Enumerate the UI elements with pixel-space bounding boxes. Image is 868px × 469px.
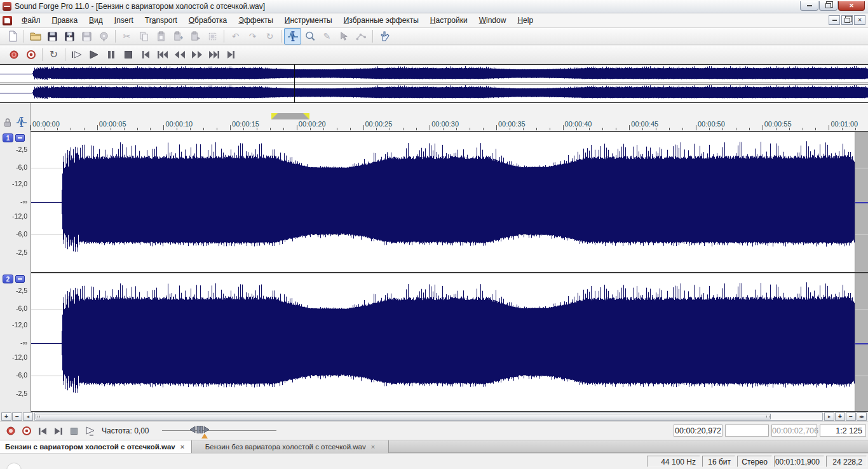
play-button[interactable] <box>85 46 102 63</box>
time-ruler[interactable]: 00:00:0000:00:0500:00:1000:00:1500:00:20… <box>0 103 868 132</box>
go-to-end-button[interactable] <box>222 46 240 63</box>
free-space-cell: 24 228,2 Мб <box>826 456 867 467</box>
zoom-in-left-button[interactable]: + <box>1 412 11 421</box>
tab-close-icon[interactable]: × <box>180 443 184 451</box>
loop-playback-button[interactable]: ↻ <box>45 46 62 63</box>
mini-stop-button[interactable] <box>67 425 81 437</box>
zoom-out-left-button[interactable]: − <box>12 412 22 421</box>
stop-button[interactable] <box>119 46 137 63</box>
zoom-fit-button[interactable]: ◂▸ <box>857 412 867 421</box>
mdi-close-button[interactable]: ✕ <box>854 15 865 25</box>
menu-item-window[interactable]: Window <box>473 13 512 27</box>
db-scale-label: -2,5 <box>0 390 27 397</box>
paste-button[interactable] <box>153 28 170 44</box>
stop-icon <box>124 50 133 59</box>
scroll-right-button[interactable]: ▸ <box>824 412 834 421</box>
channel-2-badge[interactable]: 2 <box>3 275 13 283</box>
save-all-button[interactable] <box>78 28 95 44</box>
paste-to-new-button[interactable] <box>187 28 204 44</box>
save-button[interactable] <box>44 28 61 44</box>
zoom-in-time-button[interactable]: + <box>835 412 845 421</box>
new-file-button[interactable] <box>4 28 21 44</box>
ruler-tick <box>217 128 217 130</box>
rewind-button[interactable] <box>171 46 188 63</box>
scrub-normal-rate-marker <box>201 433 208 438</box>
record-button[interactable] <box>5 46 22 63</box>
skip-forward-button[interactable] <box>205 46 222 63</box>
ruler-tick <box>829 125 829 130</box>
envelope-tool-icon <box>356 31 367 42</box>
event-tool-button[interactable] <box>336 28 353 44</box>
channel-1-badge[interactable]: 1 <box>3 133 13 142</box>
mdi-restore-button[interactable] <box>841 15 853 25</box>
close-button[interactable]: ✕ <box>838 1 865 11</box>
menu-item-effects[interactable]: Эффекты <box>233 13 279 27</box>
ruler-tick <box>602 128 603 130</box>
menu-item-favorite-effects[interactable]: Избранные эффекты <box>338 13 424 27</box>
undo-button[interactable]: ↶ <box>227 28 244 44</box>
menu-item-process[interactable]: Обработка <box>183 13 233 27</box>
pause-button[interactable] <box>102 46 119 63</box>
zoom-ratio-display: 1:2 125 <box>820 425 866 437</box>
redo-button[interactable]: ↷ <box>244 28 261 44</box>
menu-item-insert[interactable]: Insert <box>109 13 139 27</box>
loop-playback-icon: ↻ <box>50 50 58 60</box>
forward-button[interactable] <box>188 46 205 63</box>
menu-item-view[interactable]: Вид <box>83 13 109 27</box>
mini-go-to-end-button[interactable] <box>51 425 65 437</box>
skip-back-button[interactable] <box>154 46 171 63</box>
waveform-overview[interactable] <box>0 64 868 103</box>
tab-close-icon[interactable]: × <box>371 443 375 451</box>
menu-item-options[interactable]: Настройки <box>424 13 473 27</box>
mini-record-special-button[interactable] <box>20 425 33 437</box>
magnify-tool-button[interactable] <box>301 28 318 44</box>
ruler-tick <box>323 128 324 130</box>
restore-button[interactable] <box>819 1 837 11</box>
document-tab-1[interactable]: Бензин с вариатором холостой с отсечкой.… <box>0 440 192 453</box>
record-icon <box>8 50 20 60</box>
cut-button[interactable]: ✂ <box>118 28 135 44</box>
rewind-icon <box>173 50 186 59</box>
mini-go-to-start-button[interactable] <box>36 425 49 437</box>
selection-start-display <box>725 425 769 437</box>
menu-item-transport[interactable]: Transport <box>139 13 183 27</box>
repeat-button[interactable]: ↻ <box>261 28 278 44</box>
ruler-tick <box>536 128 537 130</box>
menu-item-file[interactable]: Файл <box>16 13 46 27</box>
play-all-button[interactable] <box>68 46 85 63</box>
pause-icon <box>107 50 116 59</box>
trim-button[interactable] <box>204 28 221 44</box>
ruler-tick <box>403 128 403 130</box>
mini-record-button[interactable] <box>4 425 17 437</box>
paste-special-icon <box>173 31 184 42</box>
db-scale-label: -∞ <box>0 198 27 205</box>
paste-special-button[interactable] <box>170 28 187 44</box>
minimize-button[interactable] <box>800 1 818 11</box>
go-to-start-button[interactable] <box>137 46 154 63</box>
scrub-slider-handle[interactable] <box>189 425 210 434</box>
mdi-minimize-button[interactable] <box>829 15 840 25</box>
scroll-left-button[interactable]: ◂ <box>23 412 33 421</box>
mini-play-button[interactable] <box>83 425 97 437</box>
menu-item-tools[interactable]: Инструменты <box>279 13 338 27</box>
document-tab-2[interactable]: Бензин без вариатора холостой с отсечкой… <box>192 440 389 453</box>
edit-tool-button[interactable] <box>284 28 301 44</box>
scrollbar-thumb[interactable] <box>36 414 771 419</box>
zoom-out-time-button[interactable]: − <box>846 412 856 421</box>
menu-item-help[interactable]: Help <box>512 13 539 27</box>
scrollbar-track[interactable] <box>34 412 823 421</box>
save-as-button[interactable]: ? <box>61 28 78 44</box>
pencil-tool-button[interactable]: ✎ <box>318 28 336 44</box>
ruler-time-label: 00:00:00 <box>32 120 60 128</box>
touch-tool-button[interactable] <box>376 28 393 44</box>
scrub-slider-track[interactable] <box>162 430 276 431</box>
channel-2-collapse-button[interactable] <box>15 275 25 283</box>
channel-1-collapse-button[interactable] <box>15 134 25 142</box>
menu-item-edit[interactable]: Правка <box>46 13 84 27</box>
publish-button[interactable] <box>95 28 112 44</box>
waveform-display[interactable] <box>31 132 868 412</box>
open-file-button[interactable] <box>27 28 44 44</box>
copy-button[interactable] <box>135 28 153 44</box>
record-special-button[interactable] <box>22 46 39 63</box>
envelope-tool-button[interactable] <box>353 28 370 44</box>
